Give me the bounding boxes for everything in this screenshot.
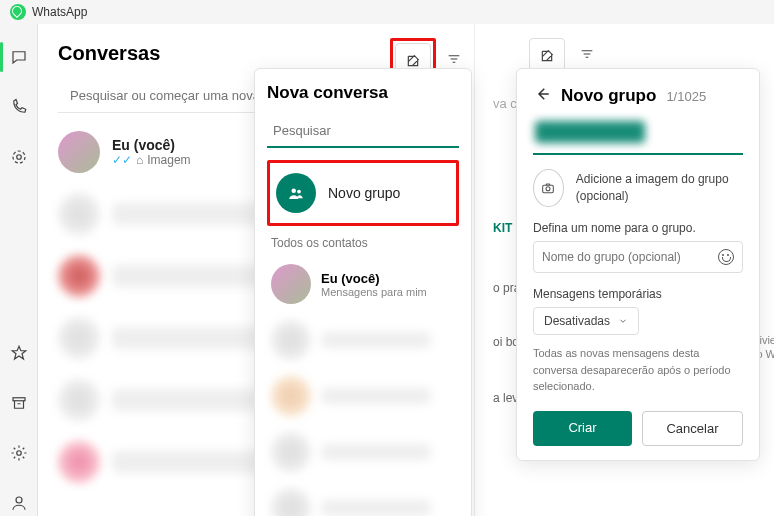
svg-point-6 [297, 190, 301, 194]
add-image-label: Adicione a imagem do grupo (opcional) [576, 171, 743, 205]
blurred-text [321, 444, 431, 460]
filter-icon [446, 51, 462, 67]
arrow-left-icon [533, 85, 551, 103]
emoji-icon[interactable] [718, 249, 734, 265]
avatar [58, 379, 100, 421]
titlebar: WhatsApp [0, 0, 774, 24]
add-group-image-button[interactable] [533, 169, 564, 207]
avatar [58, 193, 100, 235]
svg-point-8 [546, 187, 550, 191]
chat-icon [10, 48, 28, 66]
rail-archive[interactable] [10, 394, 28, 416]
member-chip[interactable] [535, 121, 645, 143]
blurred-text [321, 500, 431, 516]
temp-messages-desc: Todas as novas mensagens desta conversa … [533, 345, 743, 395]
camera-icon [540, 180, 556, 196]
avatar [271, 264, 311, 304]
blurred-text [321, 332, 431, 348]
new-group-panel: Novo grupo 1/1025 Adicione a imagem do g… [516, 68, 760, 461]
blurred-text [112, 265, 272, 287]
group-icon [287, 184, 305, 202]
chevron-down-icon [618, 316, 628, 326]
avatar [271, 320, 311, 360]
contact-search-input[interactable] [267, 115, 459, 148]
avatar [271, 488, 311, 516]
cancel-button[interactable]: Cancelar [642, 411, 743, 446]
group-icon-circle [276, 173, 316, 213]
svg-point-3 [16, 451, 21, 456]
selected-members-row[interactable] [533, 117, 743, 155]
avatar [58, 441, 100, 483]
create-button[interactable]: Criar [533, 411, 632, 446]
new-conversation-panel: Nova conversa Novo grupo Todos os contat… [254, 68, 472, 516]
svg-point-4 [16, 497, 22, 503]
read-tick-icon: ✓✓ [112, 153, 132, 167]
edge-text: ivie [759, 334, 774, 346]
chat-name: Eu (você) [112, 137, 191, 153]
blurred-text [112, 451, 272, 473]
new-group-option[interactable]: Novo grupo [267, 160, 459, 226]
rail-status[interactable] [10, 148, 28, 170]
contact-item[interactable] [267, 312, 459, 368]
gear-icon [10, 444, 28, 462]
panel-title: Nova conversa [267, 83, 459, 103]
whatsapp-logo-icon [10, 4, 26, 20]
app-title: WhatsApp [32, 5, 87, 19]
temp-messages-label: Mensagens temporárias [533, 287, 743, 301]
group-name-input[interactable] [542, 250, 718, 264]
member-count: 1/1025 [666, 89, 706, 104]
contact-item[interactable] [267, 424, 459, 480]
group-name-label: Defina um nome para o grupo. [533, 221, 743, 235]
avatar [58, 317, 100, 359]
svg-rect-2 [13, 398, 25, 401]
rail-starred[interactable] [10, 344, 28, 366]
svg-point-1 [16, 155, 21, 160]
contact-item[interactable] [267, 480, 459, 516]
rail-profile[interactable] [10, 494, 28, 516]
compose-icon [405, 53, 421, 69]
contact-name: Eu (você) [321, 271, 427, 286]
status-icon [10, 148, 28, 166]
blurred-text [112, 327, 272, 349]
star-icon [10, 344, 28, 362]
rail-chats[interactable] [10, 48, 28, 70]
blurred-text [112, 389, 272, 411]
filter-icon [579, 46, 595, 62]
contact-item[interactable] [267, 368, 459, 424]
contacts-section-label: Todos os contatos [267, 226, 459, 256]
avatar [58, 131, 100, 173]
filter-button-2[interactable] [579, 46, 595, 66]
nav-rail [0, 24, 38, 516]
avatar [271, 432, 311, 472]
avatar [58, 255, 100, 297]
rail-calls[interactable] [10, 98, 28, 120]
blurred-text [112, 203, 272, 225]
avatar [271, 376, 311, 416]
contact-self[interactable]: Eu (você) Mensagens para mim [267, 256, 459, 312]
user-icon [10, 494, 28, 512]
chat-subtitle: ✓✓ ⌂ Imagem [112, 153, 191, 167]
photo-badge-icon: ⌂ [136, 153, 143, 167]
rail-settings[interactable] [10, 444, 28, 466]
compose-icon [539, 48, 555, 64]
temp-messages-value: Desativadas [544, 314, 610, 328]
svg-point-0 [13, 151, 25, 163]
panel-title: Novo grupo [561, 86, 656, 106]
temp-messages-select[interactable]: Desativadas [533, 307, 639, 335]
contact-sub: Mensagens para mim [321, 286, 427, 298]
back-button[interactable] [533, 85, 551, 107]
new-group-label: Novo grupo [328, 185, 400, 201]
archive-icon [10, 394, 28, 412]
phone-icon [10, 98, 28, 116]
blurred-text [321, 388, 431, 404]
svg-point-5 [292, 189, 297, 194]
